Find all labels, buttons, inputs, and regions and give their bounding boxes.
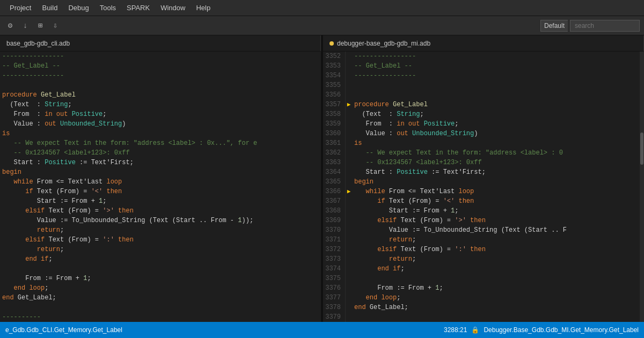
line-number: 3375 xyxy=(323,274,346,283)
line-number: 3365 xyxy=(323,177,346,187)
flash-icon[interactable]: ⇩ xyxy=(49,20,61,32)
arrow-indicator xyxy=(346,303,352,312)
right-code-line: 3373 return; xyxy=(323,254,640,264)
right-code-line: 3358 (Text : String; xyxy=(323,109,640,119)
right-code-line: 3357▶procedure Get_Label xyxy=(323,100,640,109)
line-number: 3366 xyxy=(323,187,346,196)
line-number: 3362 xyxy=(323,148,346,158)
line-number: 3367 xyxy=(323,196,346,206)
line-number: 3373 xyxy=(323,254,346,264)
left-editor-pane: base_gdb-gdb_cli.adb ------------------ … xyxy=(0,35,321,322)
right-code-line: 3375 xyxy=(323,274,640,283)
left-code-line: return; xyxy=(0,245,321,254)
arrow-indicator xyxy=(346,61,352,71)
arrow-indicator xyxy=(346,293,352,303)
left-code-line: begin xyxy=(0,167,321,177)
right-code-line: 3359 From : in out Positive; xyxy=(323,119,640,129)
arrow-indicator xyxy=(346,216,352,225)
status-right-text: Debugger.Base_Gdb.Gdb_MI.Get_Memory.Get_… xyxy=(484,326,639,334)
right-code-line: 3379 xyxy=(323,312,640,322)
download-icon[interactable]: ↓ xyxy=(19,20,31,32)
menu-item-tools[interactable]: Tools xyxy=(94,2,121,14)
menu-item-project[interactable]: Project xyxy=(4,2,36,14)
left-code-line: elsif Text (From) = '>' then xyxy=(0,206,321,216)
arrow-indicator xyxy=(346,109,352,119)
right-code-line: 3372 elsif Text (From) = ':' then xyxy=(323,245,640,254)
arrow-indicator xyxy=(346,196,352,206)
right-code-line: 3370 Value := To_Unbounded_String (Text … xyxy=(323,225,640,235)
arrow-indicator xyxy=(346,264,352,274)
right-code-line: 3362 -- We expect Text in the form: "add… xyxy=(323,148,640,158)
arrow-indicator xyxy=(346,206,352,216)
left-code-line: elsif Text (From) = ':' then xyxy=(0,235,321,245)
arrow-indicator xyxy=(346,138,352,148)
left-code-line: end if; xyxy=(0,254,321,264)
right-scrollbar[interactable] xyxy=(640,52,644,322)
right-code-line: 3355 xyxy=(323,80,640,90)
menu-item-debug[interactable]: Debug xyxy=(63,2,94,14)
status-left: e_Gdb.Gdb_CLI.Get_Memory.Get_Label xyxy=(5,326,122,334)
left-code-line: From := From + 1; xyxy=(0,274,321,283)
scrollbar-thumb xyxy=(640,133,643,165)
left-tab[interactable]: base_gdb-gdb_cli.adb xyxy=(0,35,321,52)
arrow-indicator xyxy=(346,167,352,177)
line-number: 3355 xyxy=(323,80,346,90)
search-input[interactable] xyxy=(570,20,640,32)
right-code-line: 3361is xyxy=(323,138,640,148)
left-code-line: while From <= Text'Last loop xyxy=(0,177,321,187)
tab-modified-dot xyxy=(330,41,334,46)
left-code-line: -- We expect Text in the form: "address … xyxy=(0,138,321,148)
menu-item-help[interactable]: Help xyxy=(191,2,216,14)
right-code-line: 3354---------------- xyxy=(323,71,640,80)
right-code-line: 3374 end if; xyxy=(323,264,640,274)
menu-item-build[interactable]: Build xyxy=(36,2,63,14)
right-tab[interactable]: debugger-base_gdb-gdb_mi.adb xyxy=(323,35,644,52)
line-number: 3358 xyxy=(323,109,346,119)
right-code-line: 3365begin xyxy=(323,177,640,187)
right-code-line: 3356 xyxy=(323,90,640,100)
right-code-line: 3367 if Text (From) = '<' then xyxy=(323,196,640,206)
menu-item-window[interactable]: Window xyxy=(155,2,191,14)
left-code-line xyxy=(0,303,321,312)
right-code-area[interactable]: 3352----------------3353-- Get_Label --3… xyxy=(323,52,640,322)
left-code-line: Start : Positive := Text'First; xyxy=(0,158,321,167)
left-code-line: end Get_Label; xyxy=(0,293,321,303)
arrow-indicator xyxy=(346,235,352,245)
arrow-indicator xyxy=(346,274,352,283)
arrow-indicator xyxy=(346,71,352,80)
arrow-indicator xyxy=(346,177,352,187)
left-code-line: Value := To_Unbounded_String (Text (Star… xyxy=(0,216,321,225)
menu-item-spark[interactable]: SPARK xyxy=(121,2,155,14)
left-code-line: -- Get_Label -- xyxy=(0,61,321,71)
statusbar: e_Gdb.Gdb_CLI.Get_Memory.Get_Label 3288:… xyxy=(0,322,644,338)
grid-icon[interactable]: ⊞ xyxy=(34,20,46,32)
default-label[interactable]: Default xyxy=(540,20,568,32)
line-number: 3352 xyxy=(323,52,346,61)
left-code-line: ---------------- xyxy=(0,52,321,61)
settings-icon[interactable]: ⚙ xyxy=(4,20,16,32)
left-code-area[interactable]: ------------------ Get_Label -----------… xyxy=(0,52,321,322)
line-number: 3353 xyxy=(323,61,346,71)
right-editor-content: 3352----------------3353-- Get_Label --3… xyxy=(323,52,644,322)
left-code-line: return; xyxy=(0,225,321,235)
line-number: 3372 xyxy=(323,245,346,254)
left-code-line: end loop; xyxy=(0,283,321,293)
arrow-indicator: ▶ xyxy=(346,100,352,109)
left-code-line: procedure Get_Label xyxy=(0,90,321,100)
arrow-indicator: ▶ xyxy=(346,187,352,196)
left-code-line: -- 0x1234567 <label+123>: 0xff xyxy=(0,148,321,158)
line-number: 3361 xyxy=(323,138,346,148)
left-code-line: From : in out Positive; xyxy=(0,109,321,119)
arrow-indicator xyxy=(346,283,352,293)
status-left-text: e_Gdb.Gdb_CLI.Get_Memory.Get_Label xyxy=(5,326,122,334)
line-number: 3371 xyxy=(323,235,346,245)
left-code-line: ---------------- xyxy=(0,71,321,80)
left-code-line xyxy=(0,264,321,274)
left-code-line: (Text : String; xyxy=(0,100,321,109)
right-code-line: 3378end Get_Label; xyxy=(323,303,640,312)
arrow-indicator xyxy=(346,52,352,61)
line-number: 3357 xyxy=(323,100,346,109)
status-position: 3288:21 xyxy=(444,326,467,334)
arrow-indicator xyxy=(346,254,352,264)
left-code-line: Value : out Unbounded_String) xyxy=(0,119,321,129)
